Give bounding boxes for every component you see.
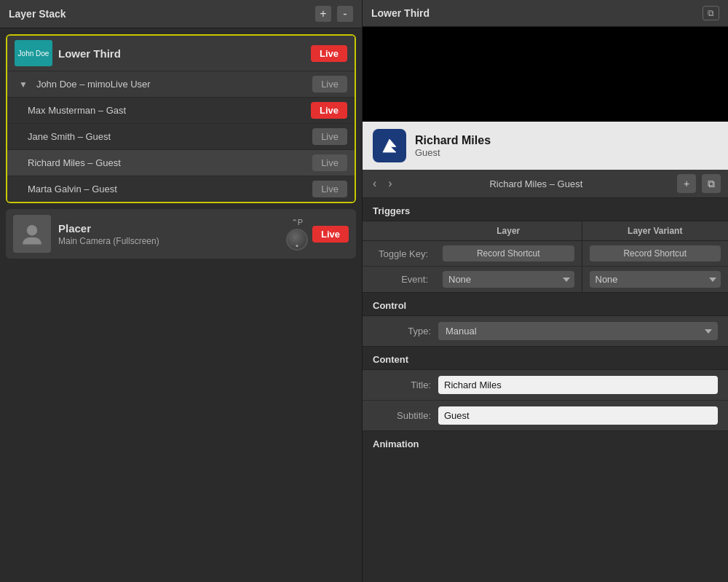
lower-third-live-button[interactable]: Live: [311, 45, 347, 62]
remove-layer-button[interactable]: -: [337, 6, 353, 22]
control-type-dropdown[interactable]: Manual: [438, 322, 718, 340]
lower-third-header[interactable]: John Doe Lower Third Live: [7, 36, 355, 71]
animation-section-header: Animation: [363, 431, 728, 454]
variant-logo-icon: [379, 135, 400, 157]
list-item[interactable]: Marta Galvin – Guest Live: [7, 176, 355, 202]
prev-variant-button[interactable]: ‹: [370, 176, 379, 192]
record-shortcut-layer-button[interactable]: Record Shortcut: [443, 245, 574, 261]
title-row: Title:: [363, 370, 728, 401]
content-settings-table: Title: Subtitle:: [363, 369, 728, 431]
subtitle-row: Subtitle:: [363, 401, 728, 430]
event-variant-cell: None: [582, 267, 729, 292]
header-buttons: + -: [315, 6, 353, 22]
triggers-section-header: Triggers: [363, 198, 728, 221]
variant-name: Richard Miles – Guest: [28, 157, 306, 168]
type-label: Type:: [373, 326, 431, 337]
variant-live-button[interactable]: Live: [312, 76, 347, 93]
triggers-header-row: Layer Layer Variant: [363, 221, 728, 241]
variant-live-button[interactable]: Live: [312, 154, 347, 171]
title-label: Title:: [373, 380, 431, 390]
list-item[interactable]: Max Musterman – Gast Live: [7, 97, 355, 123]
nav-label: Richard Miles – Guest: [401, 178, 671, 189]
add-layer-button[interactable]: +: [315, 6, 331, 22]
variant-person-info: Richard Miles Guest: [415, 134, 491, 158]
layer-stack-area: John Doe Lower Third Live ▼ John Doe – m…: [0, 28, 362, 582]
placer-icon: [13, 215, 51, 253]
left-panel: Layer Stack + - John Doe Lower Third Liv…: [0, 0, 362, 582]
person-icon: [20, 222, 44, 245]
right-panel-title: Lower Third: [371, 7, 430, 19]
list-item[interactable]: Richard Miles – Guest Live: [7, 149, 355, 176]
knob-symbol: ⌃P: [291, 218, 303, 227]
knob-area: ⌃P: [286, 218, 308, 251]
placer-subtitle: Main Camera (Fullscreen): [58, 236, 279, 246]
event-layer-dropdown[interactable]: None: [443, 271, 574, 288]
knob-dot: [296, 245, 298, 247]
record-shortcut-variant-button[interactable]: Record Shortcut: [590, 245, 721, 261]
list-item[interactable]: Jane Smith – Guest Live: [7, 123, 355, 149]
window-expand-button[interactable]: ⧉: [703, 6, 719, 20]
variant-live-button[interactable]: Live: [312, 181, 347, 197]
variant-logo: [373, 129, 406, 162]
event-row: Event: None None: [363, 267, 728, 292]
variant-name: Jane Smith – Guest: [28, 131, 306, 142]
layer-col-header: Layer: [435, 221, 582, 240]
duplicate-variant-button[interactable]: ⧉: [702, 174, 721, 193]
event-variant-dropdown[interactable]: None: [590, 271, 721, 288]
control-section-header: Control: [363, 293, 728, 315]
variant-info-bar: Richard Miles Guest: [363, 122, 728, 170]
event-layer-cell: None: [435, 267, 582, 292]
subtitle-label: Subtitle:: [373, 410, 431, 421]
subtitle-input[interactable]: [438, 406, 718, 425]
placer-layer[interactable]: Placer Main Camera (Fullscreen) ⌃P Live: [6, 209, 356, 259]
layer-stack-title: Layer Stack: [9, 8, 66, 20]
knob[interactable]: [286, 229, 308, 251]
nav-bar: ‹ › Richard Miles – Guest + ⧉: [363, 170, 728, 198]
event-label: Event:: [363, 270, 435, 289]
settings-content: Triggers Layer Layer Variant Toggle Key:…: [363, 198, 728, 582]
variant-name: John Doe – mimoLive User: [36, 79, 306, 90]
toggle-key-label: Toggle Key:: [363, 244, 435, 264]
lower-third-thumbnail: John Doe: [15, 40, 52, 66]
variant-name: Max Musterman – Gast: [28, 105, 305, 116]
next-variant-button[interactable]: ›: [385, 176, 395, 192]
right-panel: Lower Third ⧉ Richard Miles Guest ‹ › Ri…: [362, 0, 728, 582]
control-settings-table: Type: Manual: [363, 315, 728, 347]
variant-list: ▼ John Doe – mimoLive User Live Max Must…: [7, 71, 355, 202]
svg-point-0: [27, 225, 37, 235]
variant-person-name: Richard Miles: [415, 134, 491, 147]
triggers-wrapper: Layer Layer Variant Toggle Key: Record S…: [363, 221, 728, 293]
layer-stack-header: Layer Stack + -: [0, 0, 362, 28]
variant-live-button[interactable]: Live: [312, 128, 347, 145]
layer-variant-col-header: Layer Variant: [582, 221, 729, 240]
placer-info: Placer Main Camera (Fullscreen): [58, 222, 279, 246]
preview-area: [363, 27, 728, 122]
lower-third-group: John Doe Lower Third Live ▼ John Doe – m…: [6, 34, 356, 203]
toggle-key-variant-cell: Record Shortcut: [582, 241, 729, 266]
expand-arrow-icon: ▼: [19, 79, 28, 90]
placer-controls: ⌃P Live: [286, 218, 349, 251]
variant-live-button[interactable]: Live: [311, 102, 347, 119]
title-input[interactable]: [438, 376, 718, 394]
type-row: Type: Manual: [363, 316, 728, 346]
placer-name: Placer: [58, 222, 279, 235]
right-panel-header: Lower Third ⧉: [363, 0, 728, 27]
add-variant-button[interactable]: +: [677, 174, 696, 193]
lower-third-name: Lower Third: [58, 47, 305, 60]
variant-name: Marta Galvin – Guest: [28, 184, 306, 194]
placer-live-button[interactable]: Live: [312, 226, 349, 243]
toggle-key-layer-cell: Record Shortcut: [435, 241, 582, 266]
content-section-header: Content: [363, 347, 728, 369]
variant-person-role: Guest: [415, 147, 491, 158]
list-item[interactable]: ▼ John Doe – mimoLive User Live: [7, 71, 355, 97]
toggle-key-row: Toggle Key: Record Shortcut Record Short…: [363, 241, 728, 267]
